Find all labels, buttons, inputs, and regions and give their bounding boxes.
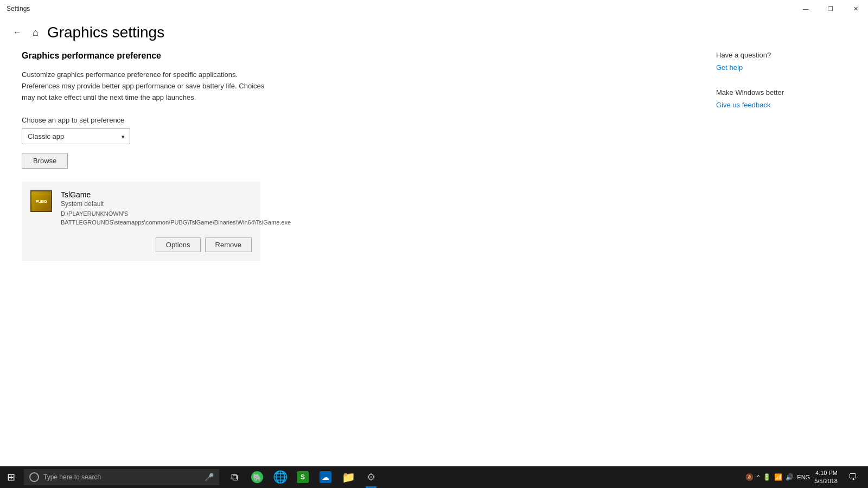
choose-label: Choose an app to set preference bbox=[22, 116, 694, 124]
clock-date: 5/5/2018 bbox=[814, 477, 838, 485]
taskbar-search[interactable]: Type here to search 🎤 bbox=[24, 469, 219, 485]
taskbar-evernote[interactable]: 🐘 bbox=[246, 466, 268, 488]
app-icon: PUBG bbox=[30, 190, 52, 212]
notification-icon: 🗨 bbox=[848, 472, 857, 482]
pubg-game-icon: PUBG bbox=[31, 191, 51, 211]
remove-button[interactable]: Remove bbox=[205, 237, 252, 252]
app4-icon: ☁ bbox=[320, 471, 331, 483]
app-content: Graphics performance preference Customiz… bbox=[0, 46, 868, 484]
expand-tray-icon[interactable]: ^ bbox=[757, 474, 760, 480]
search-icon bbox=[29, 472, 39, 482]
taskbar-chrome[interactable]: 🌐 bbox=[269, 466, 291, 488]
section-title: Graphics performance preference bbox=[22, 51, 694, 61]
minimize-button[interactable]: — bbox=[793, 0, 818, 17]
browse-button[interactable]: Browse bbox=[22, 153, 68, 169]
app-card: PUBG TslGame System default D:\PLAYERUNK… bbox=[22, 182, 260, 261]
taskbar-settings[interactable]: ⚙ bbox=[360, 466, 382, 488]
home-icon: ⌂ bbox=[33, 27, 39, 38]
app-type-dropdown-wrapper: Classic app Microsoft Store app ▾ bbox=[22, 129, 130, 144]
home-button[interactable]: ⌂ bbox=[33, 27, 39, 38]
feedback-section: Make Windows better Give us feedback bbox=[716, 88, 846, 110]
page-title: Graphics settings bbox=[47, 24, 164, 41]
app-info: TslGame System default D:\PLAYERUNKNOWN'… bbox=[61, 190, 291, 227]
make-windows-better-label: Make Windows better bbox=[716, 88, 846, 97]
title-bar-title: Settings bbox=[7, 5, 30, 12]
wifi-icon: 📶 bbox=[774, 473, 782, 481]
app-default: System default bbox=[61, 200, 291, 208]
language-label: ENG bbox=[797, 474, 810, 480]
taskbar-file-explorer[interactable]: 📁 bbox=[337, 466, 359, 488]
back-button[interactable]: ← bbox=[11, 25, 24, 40]
app-type-dropdown[interactable]: Classic app Microsoft Store app bbox=[22, 129, 130, 144]
pubg-icon-text: PUBG bbox=[35, 199, 47, 204]
have-question-label: Have a question? bbox=[716, 51, 846, 59]
app-path: D:\PLAYERUNKNOWN'S BATTLEGROUNDS\steamap… bbox=[61, 210, 291, 227]
give-feedback-link[interactable]: Give us feedback bbox=[716, 101, 770, 109]
taskbar: ⊞ Type here to search 🎤 ⧉ 🐘 🌐 S ☁ 📁 ⚙ bbox=[0, 466, 868, 488]
back-icon: ← bbox=[13, 28, 22, 37]
start-button[interactable]: ⊞ bbox=[0, 466, 22, 488]
file-explorer-icon: 📁 bbox=[342, 471, 354, 483]
title-bar-controls: — ❐ ✕ bbox=[793, 0, 868, 17]
notification-center-button[interactable]: 🗨 bbox=[842, 466, 864, 488]
title-bar: Settings — ❐ ✕ bbox=[0, 0, 868, 17]
chrome-icon: 🌐 bbox=[274, 471, 286, 483]
app-header: ← ⌂ Graphics settings bbox=[0, 17, 868, 46]
taskbar-clock[interactable]: 4:10 PM 5/5/2018 bbox=[814, 469, 838, 486]
section-desc: Customize graphics performance preferenc… bbox=[22, 69, 266, 103]
restore-button[interactable]: ❐ bbox=[818, 0, 843, 17]
options-button[interactable]: Options bbox=[156, 237, 201, 252]
app-card-top: PUBG TslGame System default D:\PLAYERUNK… bbox=[30, 190, 252, 227]
network-icon: 🔕 bbox=[745, 473, 754, 481]
title-bar-left: Settings bbox=[7, 5, 30, 12]
taskbar-app3[interactable]: S bbox=[292, 466, 314, 488]
app3-icon: S bbox=[297, 471, 309, 483]
evernote-icon: 🐘 bbox=[251, 471, 263, 483]
microphone-icon: 🎤 bbox=[205, 473, 214, 481]
clock-time: 4:10 PM bbox=[814, 469, 838, 477]
app-window: ← ⌂ Graphics settings Graphics performan… bbox=[0, 17, 868, 484]
taskbar-right: 🔕 ^ 🔋 📶 🔊 ENG 4:10 PM 5/5/2018 🗨 bbox=[745, 466, 868, 488]
taskbar-app4[interactable]: ☁ bbox=[315, 466, 336, 488]
taskbar-task-view[interactable]: ⧉ bbox=[224, 466, 245, 488]
app-name: TslGame bbox=[61, 190, 291, 199]
help-section: Have a question? Get help bbox=[716, 51, 846, 72]
system-tray-icons: 🔕 ^ 🔋 📶 🔊 ENG bbox=[745, 473, 810, 481]
app-card-actions: Options Remove bbox=[30, 233, 252, 252]
windows-icon: ⊞ bbox=[7, 471, 15, 483]
main-section: Graphics performance preference Customiz… bbox=[22, 46, 694, 484]
sidebar-right: Have a question? Get help Make Windows b… bbox=[694, 46, 846, 484]
close-button[interactable]: ✕ bbox=[843, 0, 868, 17]
taskbar-apps: ⧉ 🐘 🌐 S ☁ 📁 ⚙ bbox=[224, 466, 382, 488]
volume-icon: 🔊 bbox=[786, 473, 794, 481]
settings-icon: ⚙ bbox=[365, 471, 377, 483]
battery-icon: 🔋 bbox=[763, 473, 771, 481]
search-placeholder: Type here to search bbox=[43, 473, 101, 481]
get-help-link[interactable]: Get help bbox=[716, 63, 743, 72]
task-view-icon: ⧉ bbox=[228, 471, 240, 483]
